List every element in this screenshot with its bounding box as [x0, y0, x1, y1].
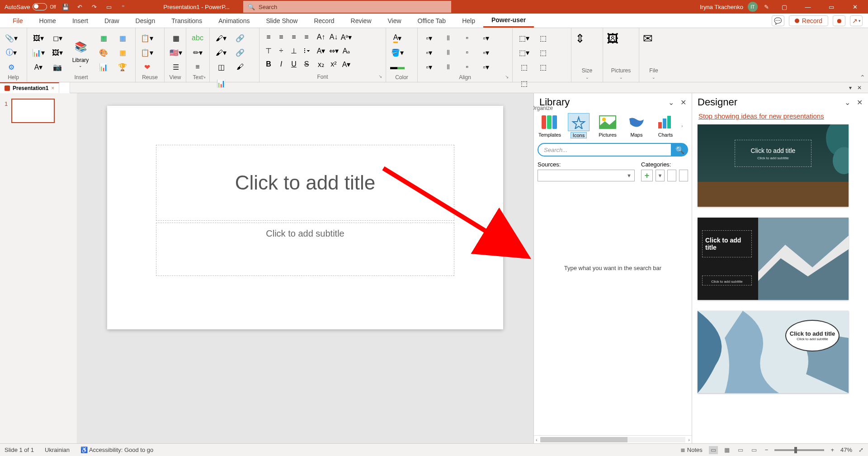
status-language[interactable]: Ukrainian [45, 446, 70, 453]
save-icon[interactable]: 💾 [61, 3, 70, 11]
text-bullet-icon[interactable]: ≡ [190, 61, 205, 73]
doc-tab-presentation1[interactable]: Presentation1 × [0, 82, 59, 93]
doc-scroll-down-icon[interactable]: ▾ [849, 85, 852, 91]
zoom-slider[interactable] [774, 449, 824, 451]
bold-icon[interactable]: B [263, 59, 274, 70]
fit-window-icon[interactable]: ⤢ [859, 446, 863, 453]
category-dropdown[interactable]: ▼ [656, 170, 665, 181]
align-left-icon[interactable]: ≡ [263, 32, 274, 43]
lib-cat-templates[interactable]: Templates [537, 113, 563, 138]
camera-button[interactable]: ⏺ [833, 15, 845, 26]
insert-blocks-icon[interactable]: ▦ [115, 46, 130, 59]
status-accessibility[interactable]: ♿ Accessibility: Good to go [80, 446, 153, 453]
tab-slideshow[interactable]: Slide Show [258, 14, 306, 27]
tab-officetab[interactable]: Office Tab [410, 14, 454, 27]
align-launcher-icon[interactable]: ↘ [505, 74, 509, 79]
valign-top-icon[interactable]: ⊤ [263, 45, 274, 56]
doc-tab-close-icon[interactable]: × [51, 85, 54, 91]
stack1-icon[interactable]: ▫ [459, 32, 475, 44]
share-button[interactable]: ↗▾ [850, 15, 863, 26]
wrap3-icon[interactable]: ▫▾ [478, 61, 494, 73]
zoom-value[interactable]: 47% [840, 446, 852, 453]
align-obj1-icon[interactable]: ▫▾ [421, 32, 437, 44]
designer-stop-link[interactable]: Stop showing ideas for new presentations [692, 111, 868, 124]
size-icon[interactable]: ⇕ [575, 32, 585, 46]
underline-icon[interactable]: U [288, 59, 299, 70]
font-case-icon[interactable]: Aᵃ▾ [341, 32, 352, 43]
align-center-icon[interactable]: ≡ [276, 32, 287, 43]
tab-transitions[interactable]: Transitions [163, 14, 210, 27]
design-suggestion-2[interactable]: Click to add title Click to add subtitle [698, 218, 849, 300]
lib-cat-scroll-icon[interactable]: › [681, 123, 683, 128]
font-size-icon[interactable]: A▾ [316, 45, 326, 56]
designer-close-icon[interactable]: ✕ [857, 98, 863, 107]
org1-icon[interactable]: ⬚▾ [516, 32, 532, 44]
insert-slide-icon[interactable]: 🖼▾ [31, 32, 46, 44]
insert-text-icon[interactable]: A▾ [31, 61, 46, 73]
designer-collapse-icon[interactable]: ⌄ [844, 98, 850, 107]
strike-icon[interactable]: S [301, 59, 312, 70]
format-chart-icon[interactable]: 📊 [213, 77, 229, 90]
tab-animations[interactable]: Animations [210, 14, 258, 27]
view-list-icon[interactable]: ☰ [168, 61, 184, 73]
slide-canvas[interactable]: Click to add title Click to add subtitle [107, 106, 503, 329]
text-launcher-icon[interactable]: ↘ [202, 74, 206, 79]
lib-scroll-left-icon[interactable]: ‹ [536, 437, 538, 442]
dist1-icon[interactable]: ⫴ [440, 32, 456, 44]
sub-icon[interactable]: x₂ [316, 59, 326, 70]
sources-select[interactable]: ▼ [538, 170, 635, 181]
format-brush3-icon[interactable]: 🖌 [232, 61, 248, 73]
font-fx-icon[interactable]: A▾ [341, 59, 352, 70]
valign-mid-icon[interactable]: ÷ [276, 45, 287, 56]
pen-icon[interactable]: ✎ [762, 3, 770, 11]
undo-icon[interactable]: ↶ [76, 3, 84, 11]
insert-table-icon[interactable]: ▦ [115, 32, 130, 44]
view-reading-icon[interactable]: ▭ [736, 446, 745, 454]
ribbon-display-icon[interactable]: ▢ [775, 0, 794, 14]
design-suggestion-1[interactable]: Click to add titleClick to add subtitle [698, 124, 849, 207]
view-flag-icon[interactable]: 🇺🇸▾ [168, 46, 184, 59]
align-obj3-icon[interactable]: ▫▾ [421, 61, 437, 73]
dist3-icon[interactable]: ⫴ [440, 61, 456, 73]
text-spell-icon[interactable]: abc [190, 32, 205, 44]
font-dec-icon[interactable]: A↓ [328, 32, 339, 43]
tab-home[interactable]: Home [31, 14, 64, 27]
format-link1-icon[interactable]: 🔗 [232, 32, 248, 44]
lib-cat-charts[interactable]: Charts [652, 113, 679, 138]
reuse-paste-icon[interactable]: 📋▾ [139, 46, 155, 59]
autosave-toggle[interactable] [33, 3, 47, 10]
insert-grid-icon[interactable]: ▦ [96, 32, 111, 44]
lib-cat-pictures[interactable]: Pictures [594, 113, 621, 138]
format-eraser-icon[interactable]: ◫ [213, 61, 229, 73]
reuse-heart-icon[interactable]: ❤ [139, 61, 155, 73]
lib-scrollbar[interactable] [540, 437, 686, 442]
valign-bot-icon[interactable]: ⊥ [288, 45, 299, 56]
design-suggestion-3[interactable]: Click to add title Click to add subtitle [698, 311, 849, 393]
library-search-button[interactable]: 🔍 [672, 143, 688, 157]
dist2-icon[interactable]: ⫴ [440, 46, 456, 59]
text-hilite-icon[interactable]: ✏▾ [190, 46, 205, 59]
category-add-button[interactable]: + [641, 170, 653, 181]
present-icon[interactable]: ▭ [105, 3, 113, 11]
font-launcher-icon[interactable]: ↘ [378, 74, 382, 79]
org2-icon[interactable]: ⬚▾ [516, 46, 532, 59]
close-icon[interactable]: ✕ [845, 0, 864, 14]
username[interactable]: Iryna Tkachenko [700, 4, 743, 10]
sup-icon[interactable]: x² [328, 59, 339, 70]
status-notes[interactable]: ≣ Notes [680, 446, 703, 453]
maximize-icon[interactable]: ▭ [822, 0, 841, 14]
minimize-icon[interactable]: — [798, 0, 817, 14]
record-button[interactable]: Record [789, 15, 828, 26]
redo-icon[interactable]: ↷ [90, 3, 99, 11]
view-sorter-icon[interactable]: ▦ [722, 446, 731, 454]
font-inc-icon[interactable]: A↑ [316, 32, 326, 43]
doc-close-icon[interactable]: ✕ [857, 85, 862, 91]
help-info-icon[interactable]: ⓘ▾ [4, 46, 19, 59]
library-button[interactable]: 📚 [69, 37, 92, 57]
insert-award-icon[interactable]: 🏆 [115, 61, 130, 73]
lib-cat-maps[interactable]: Maps [623, 113, 650, 138]
slide-thumbnail[interactable] [11, 99, 55, 123]
reuse-copy-icon[interactable]: 📋▾ [139, 32, 155, 44]
doc-tab-new[interactable] [59, 82, 70, 93]
library-close-icon[interactable]: ✕ [680, 98, 686, 107]
